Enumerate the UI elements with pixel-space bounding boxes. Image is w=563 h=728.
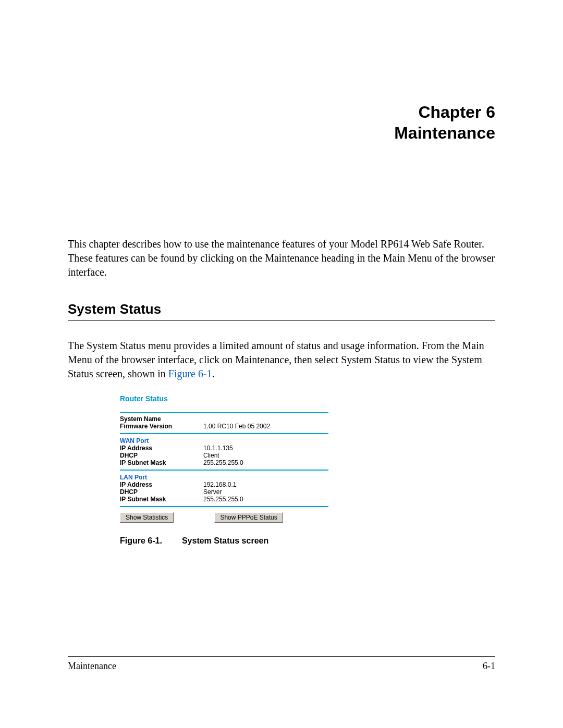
lan-port-header: LAN Port <box>120 473 328 481</box>
value-system-name <box>203 415 328 423</box>
value-wan-ip: 10.1.1.135 <box>203 445 328 452</box>
row-firmware: Firmware Version 1.00 RC10 Feb 05 2002 <box>120 423 328 430</box>
row-wan-dhcp: DHCP Client <box>120 452 328 459</box>
divider <box>120 506 328 507</box>
label-firmware: Firmware Version <box>120 423 203 430</box>
label-lan-ip: IP Address <box>120 481 203 488</box>
value-wan-mask: 255.255.255.0 <box>203 459 328 466</box>
chapter-number: Chapter 6 <box>68 102 495 122</box>
row-wan-mask: IP Subnet Mask 255.255.255.0 <box>120 459 328 466</box>
caption-number: Figure 6-1. <box>120 536 162 545</box>
label-wan-ip: IP Address <box>120 445 203 452</box>
wan-port-header: WAN Port <box>120 436 328 445</box>
label-system-name: System Name <box>120 415 203 423</box>
row-lan-mask: IP Subnet Mask 255.255.255.0 <box>120 496 328 503</box>
chapter-title: Maintenance <box>68 122 495 143</box>
label-lan-dhcp: DHCP <box>120 488 203 496</box>
value-lan-ip: 192.168.0.1 <box>203 481 328 488</box>
row-lan-ip: IP Address 192.168.0.1 <box>120 481 328 488</box>
button-row: Show Statistics Show PPPoE Status <box>120 509 328 523</box>
section-body-pre: The System Status menu provides a limite… <box>68 340 484 379</box>
chapter-heading: Chapter 6 Maintenance <box>68 0 495 143</box>
row-wan-ip: IP Address 10.1.1.135 <box>120 445 328 452</box>
label-wan-dhcp: DHCP <box>120 452 203 459</box>
figure-caption: Figure 6-1.System Status screen <box>120 523 495 546</box>
footer-divider <box>68 656 495 657</box>
footer-left: Maintenance <box>68 661 116 672</box>
divider <box>120 470 328 471</box>
page-footer: Maintenance 6-1 <box>68 656 495 672</box>
show-statistics-button[interactable]: Show Statistics <box>120 512 174 523</box>
show-pppoe-status-button[interactable]: Show PPPoE Status <box>214 512 283 523</box>
label-wan-mask: IP Subnet Mask <box>120 459 203 466</box>
divider <box>120 412 328 413</box>
row-system-name: System Name <box>120 415 328 423</box>
section-heading-system-status: System Status <box>68 279 495 321</box>
value-lan-dhcp: Server <box>203 488 328 496</box>
router-status-panel: Router Status System Name Firmware Versi… <box>120 394 328 523</box>
figure-link[interactable]: Figure 6-1 <box>168 368 212 379</box>
section-body-post: . <box>212 368 215 379</box>
figure-container: Router Status System Name Firmware Versi… <box>68 381 495 546</box>
value-lan-mask: 255.255.255.0 <box>203 496 328 503</box>
section-body: The System Status menu provides a limite… <box>68 321 495 381</box>
row-lan-dhcp: DHCP Server <box>120 488 328 496</box>
value-firmware: 1.00 RC10 Feb 05 2002 <box>203 423 328 430</box>
value-wan-dhcp: Client <box>203 452 328 459</box>
label-lan-mask: IP Subnet Mask <box>120 496 203 503</box>
divider <box>120 433 328 434</box>
panel-title: Router Status <box>120 394 328 409</box>
intro-paragraph: This chapter describes how to use the ma… <box>68 143 495 279</box>
footer-right: 6-1 <box>483 661 495 672</box>
caption-text: System Status screen <box>182 536 268 545</box>
